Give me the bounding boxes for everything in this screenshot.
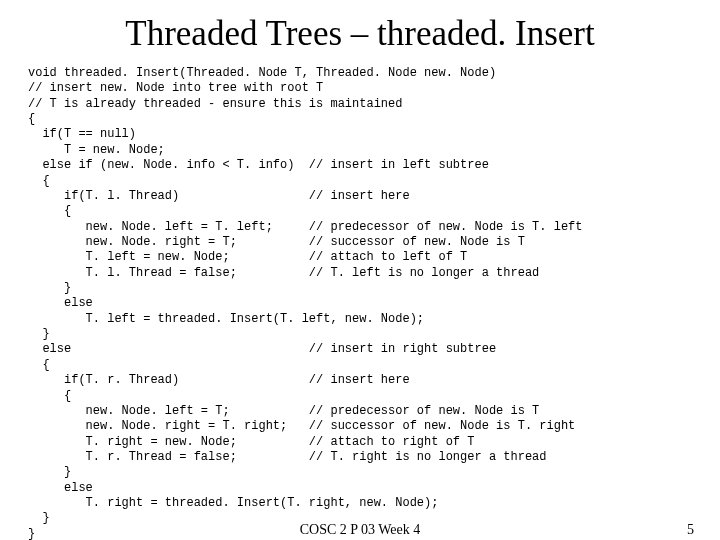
slide-title: Threaded Trees – threaded. Insert <box>28 14 692 54</box>
slide: Threaded Trees – threaded. Insert void t… <box>0 0 720 540</box>
page-number: 5 <box>687 522 694 538</box>
footer-center: COSC 2 P 03 Week 4 <box>300 522 421 538</box>
code-block: void threaded. Insert(Threaded. Node T, … <box>28 66 692 540</box>
